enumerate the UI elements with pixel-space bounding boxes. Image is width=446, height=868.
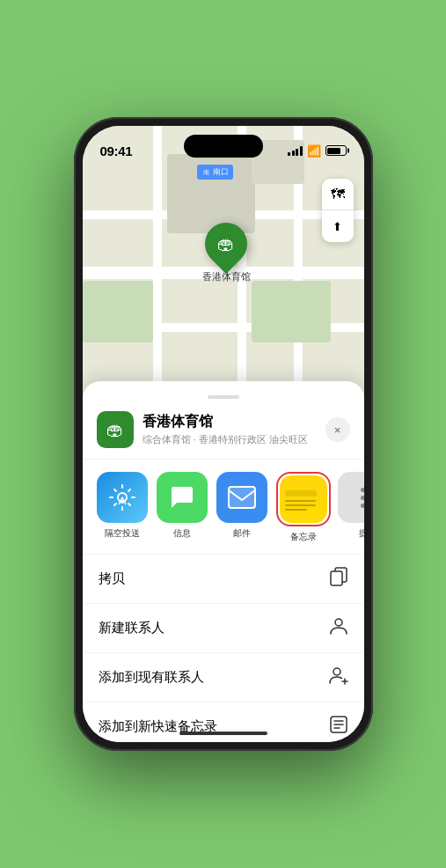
- phone-screen: 09:41 📶: [83, 126, 364, 742]
- svg-rect-2: [229, 487, 255, 508]
- share-item-messages[interactable]: 信息: [157, 472, 208, 543]
- status-icons: 📶: [288, 144, 347, 158]
- sheet-handle: [208, 395, 239, 399]
- dynamic-island: [184, 135, 263, 158]
- add-contact-label: 添加到现有联系人: [99, 669, 204, 686]
- phone-frame: 09:41 📶: [74, 117, 373, 751]
- copy-label: 拷贝: [99, 570, 125, 587]
- airdrop-icon: [97, 472, 148, 523]
- more-label: 提: [359, 527, 364, 540]
- location-button[interactable]: ⬆: [322, 210, 354, 242]
- location-header: 🏟 香港体育馆 综合体育馆 · 香港特别行政区 油尖旺区 ×: [83, 411, 364, 460]
- map-controls: 🗺 ⬆: [322, 179, 354, 242]
- home-indicator: [179, 732, 267, 735]
- map-pin: 🏟 香港体育馆: [202, 223, 251, 283]
- mail-icon: [216, 472, 267, 523]
- action-quick-note[interactable]: 添加到新快速备忘录: [83, 702, 364, 742]
- messages-icon: [157, 472, 208, 523]
- location-subtitle: 综合体育馆 · 香港特别行政区 油尖旺区: [143, 433, 317, 446]
- status-time: 09:41: [100, 143, 133, 158]
- location-venue-icon: 🏟: [97, 411, 134, 448]
- mail-label: 邮件: [233, 527, 251, 540]
- svg-rect-5: [331, 571, 342, 585]
- airdrop-label: 隔空投送: [105, 527, 140, 540]
- more-icon: [338, 472, 364, 523]
- svg-point-7: [333, 668, 340, 675]
- map-area[interactable]: 南南口 🏟 香港体育馆 🗺 ⬆: [83, 126, 364, 408]
- action-add-contact[interactable]: 添加到现有联系人: [83, 653, 364, 702]
- action-copy[interactable]: 拷贝: [83, 555, 364, 604]
- copy-icon: [329, 567, 348, 591]
- location-name: 香港体育馆: [143, 413, 317, 431]
- messages-label: 信息: [173, 527, 191, 540]
- quick-note-icon: [329, 715, 348, 739]
- wifi-icon: 📶: [307, 144, 321, 158]
- map-type-button[interactable]: 🗺: [322, 179, 354, 210]
- battery-icon: [325, 145, 347, 156]
- share-item-notes[interactable]: 备忘录: [276, 472, 331, 543]
- bottom-sheet: 🏟 香港体育馆 综合体育馆 · 香港特别行政区 油尖旺区 ×: [83, 381, 364, 742]
- new-contact-icon: [329, 616, 348, 640]
- location-info: 香港体育馆 综合体育馆 · 香港特别行政区 油尖旺区: [143, 413, 317, 446]
- svg-point-6: [335, 619, 342, 626]
- share-item-airdrop[interactable]: 隔空投送: [97, 472, 148, 543]
- share-item-mail[interactable]: 邮件: [216, 472, 267, 543]
- notes-icon: [280, 475, 327, 523]
- action-new-contact[interactable]: 新建联系人: [83, 604, 364, 653]
- close-button[interactable]: ×: [325, 417, 350, 442]
- south-entrance-label: 南南口: [197, 165, 233, 180]
- pin-icon: 🏟: [196, 214, 256, 274]
- action-list: 拷贝 新建联系人: [83, 555, 364, 742]
- notes-label: 备忘录: [290, 531, 317, 543]
- new-contact-label: 新建联系人: [99, 620, 165, 636]
- add-contact-icon: [329, 666, 348, 689]
- share-row: 隔空投送 信息: [83, 460, 364, 555]
- signal-icon: [288, 145, 303, 156]
- share-item-more[interactable]: 提: [338, 472, 364, 543]
